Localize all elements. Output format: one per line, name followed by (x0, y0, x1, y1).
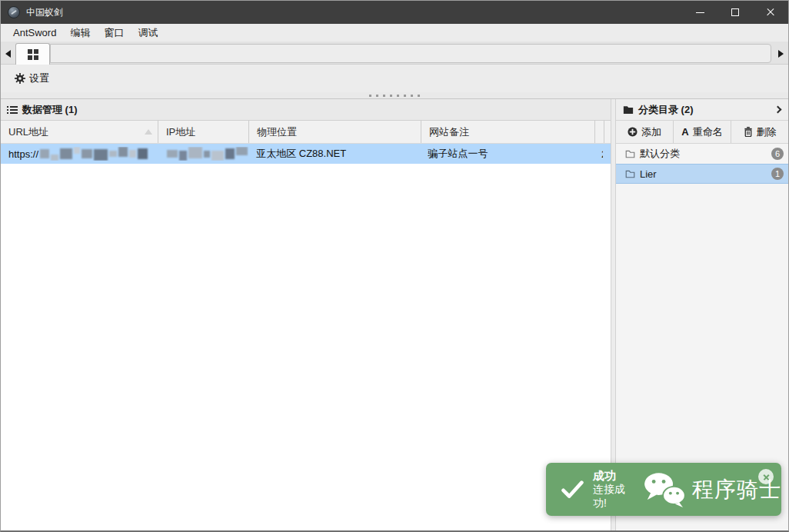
menu-antsword[interactable]: AntSword (6, 25, 63, 40)
trash-icon (744, 127, 753, 137)
app-window: 中国蚁剑 AntSword 编辑 窗口 调试 (0, 0, 789, 532)
cell-note: 骗子站点一号 (421, 147, 594, 161)
category-count-badge: 1 (771, 168, 784, 180)
delete-category-label: 删除 (757, 125, 777, 139)
column-header-note-label: 网站备注 (429, 125, 469, 139)
add-category-label: 添加 (641, 125, 661, 139)
redacted-ip-mosaic (167, 147, 248, 161)
column-header-extra1[interactable] (595, 121, 604, 143)
category-item-label: 默认分类 (640, 147, 680, 161)
table-row[interactable]: https:// 亚太地区 CZ88.NET 骗子站点一号 2 2 (1, 144, 611, 164)
column-header-extra2[interactable] (604, 121, 611, 143)
collapse-panel-chevron-icon[interactable] (774, 106, 782, 114)
category-panel-title: 分类目录 (2) (638, 103, 694, 117)
category-panel-header: 分类目录 (2) (616, 99, 788, 121)
settings-label: 设置 (29, 71, 49, 85)
toast-close-icon (763, 474, 770, 480)
cell-ip (158, 147, 248, 161)
minimize-button[interactable] (682, 1, 717, 24)
tab-home[interactable] (15, 43, 50, 65)
menu-window[interactable]: 窗口 (97, 25, 131, 42)
tab-scroll-right-icon[interactable] (778, 50, 784, 58)
add-category-button[interactable]: 添加 (616, 121, 674, 143)
maximize-icon (731, 8, 739, 16)
table-header-row: URL地址 IP地址 物理位置 网站备注 (1, 121, 611, 144)
tab-strip (1, 42, 788, 65)
category-item-lier[interactable]: Lier 1 (616, 164, 788, 184)
column-header-note[interactable]: 网站备注 (421, 121, 595, 143)
checkmark-icon (561, 479, 584, 500)
menu-edit[interactable]: 编辑 (63, 25, 97, 42)
maximize-button[interactable] (717, 1, 753, 24)
folder-filled-icon (623, 105, 634, 115)
category-count-badge: 6 (771, 148, 784, 160)
settings-button[interactable]: 设置 (15, 71, 49, 85)
window-controls (682, 1, 788, 24)
main-toolbar: 设置 (1, 65, 788, 92)
home-grid-icon (28, 49, 38, 60)
toast-message: 连接成功! (593, 483, 632, 510)
folder-outline-icon (625, 170, 635, 178)
column-header-url-label: URL地址 (8, 125, 48, 139)
folder-outline-icon (625, 150, 635, 158)
cell-extra1: 2 (594, 148, 603, 160)
category-toolbar: 添加 A 重命名 删除 (616, 121, 788, 144)
tab-scroll-left-icon[interactable] (5, 50, 11, 58)
toast-close-button[interactable] (758, 469, 774, 484)
cell-extra2: 2 (603, 148, 611, 160)
minimize-icon (696, 12, 704, 13)
rename-letter-icon: A (681, 126, 688, 138)
table-empty-area (1, 164, 611, 530)
menu-debug[interactable]: 调试 (131, 25, 165, 42)
cell-location: 亚太地区 CZ88.NET (248, 147, 420, 161)
rename-category-label: 重命名 (693, 125, 723, 139)
category-item-label: Lier (640, 168, 657, 180)
splitter-handle-dots (369, 95, 420, 97)
column-header-location[interactable]: 物理位置 (249, 121, 421, 143)
data-management-panel: 数据管理 (1) URL地址 IP地址 物理位置 网站备注 https:// (1, 99, 611, 530)
antsword-app-icon (8, 6, 20, 18)
data-panel-title: 数据管理 (1) (22, 103, 78, 117)
list-icon (7, 105, 18, 115)
close-button[interactable] (753, 1, 788, 24)
url-prefix-text: https:// (8, 148, 38, 160)
toast-title: 成功 (593, 469, 632, 484)
column-header-ip[interactable]: IP地址 (158, 121, 249, 143)
delete-category-button[interactable]: 删除 (731, 121, 788, 143)
column-header-ip-label: IP地址 (166, 125, 195, 139)
close-icon (766, 8, 775, 17)
success-toast: 成功 连接成功! 程序骑士 (546, 463, 781, 516)
horizontal-splitter[interactable] (1, 92, 788, 99)
column-header-url[interactable]: URL地址 (1, 121, 158, 143)
window-title: 中国蚁剑 (26, 6, 63, 19)
category-item-default[interactable]: 默认分类 6 (616, 144, 788, 164)
gear-icon (15, 73, 25, 84)
toast-text-block: 成功 连接成功! (593, 469, 632, 510)
redacted-url-mosaic (40, 147, 148, 161)
title-bar: 中国蚁剑 (1, 1, 788, 24)
rename-category-button[interactable]: A 重命名 (674, 121, 731, 143)
menu-bar: AntSword 编辑 窗口 调试 (1, 24, 788, 42)
wechat-icon (643, 471, 686, 508)
column-header-location-label: 物理位置 (257, 125, 297, 139)
cell-url: https:// (1, 147, 158, 161)
tab-strip-empty-area (50, 44, 771, 63)
plus-circle-icon (628, 127, 638, 137)
sort-ascending-icon (145, 129, 152, 135)
data-panel-header: 数据管理 (1) (1, 99, 611, 121)
